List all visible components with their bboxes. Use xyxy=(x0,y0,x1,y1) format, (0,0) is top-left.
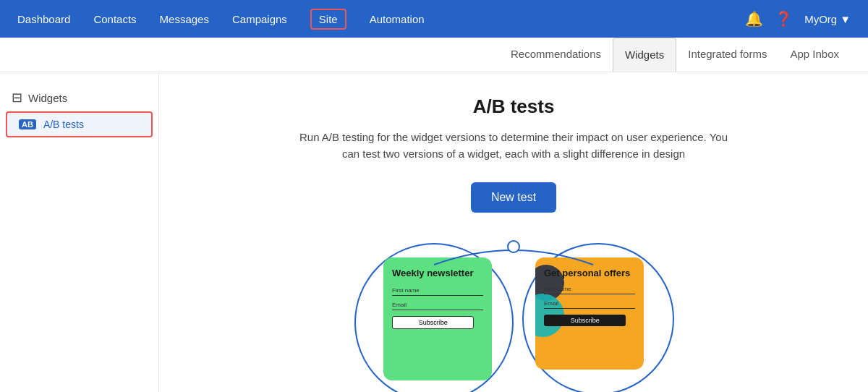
ab-test-illustration: Weekly newsletter First name Email Subsc… xyxy=(340,236,687,392)
ab-badge: AB xyxy=(19,119,36,129)
help-icon[interactable]: ❓ xyxy=(775,10,793,27)
content-area: A/B tests Run A/B testing for the widget… xyxy=(159,72,868,392)
page-title: A/B tests xyxy=(473,95,555,118)
subnav-recommendations[interactable]: Recommendations xyxy=(499,38,613,72)
nav-campaigns[interactable]: Campaigns xyxy=(232,13,287,25)
sidebar-item-ab-tests[interactable]: AB A/B tests xyxy=(6,111,153,137)
nav-automation[interactable]: Automation xyxy=(370,13,425,25)
top-nav-right: 🔔 ❓ MyOrg ▼ xyxy=(745,10,851,27)
new-test-button[interactable]: New test xyxy=(471,182,556,213)
sidebar-widgets-header[interactable]: ⊟ Widgets xyxy=(0,84,158,111)
nav-contacts[interactable]: Contacts xyxy=(93,13,136,25)
nav-dashboard[interactable]: Dashboard xyxy=(17,13,70,25)
svg-point-0 xyxy=(508,241,519,252)
sidebar: ⊟ Widgets AB A/B tests xyxy=(0,72,159,392)
left-email-input xyxy=(392,310,483,310)
chevron-down-icon: ▼ xyxy=(840,13,851,25)
main-layout: ⊟ Widgets AB A/B tests A/B tests Run A/B… xyxy=(0,72,868,392)
sub-nav: Recommendations Widgets Integrated forms… xyxy=(0,38,868,72)
bell-icon[interactable]: 🔔 xyxy=(745,10,763,27)
subnav-integrated-forms[interactable]: Integrated forms xyxy=(676,38,778,72)
subnav-widgets[interactable]: Widgets xyxy=(613,38,676,72)
widgets-icon: ⊟ xyxy=(12,90,22,106)
connector-arc xyxy=(340,236,687,279)
right-email-label: Email xyxy=(544,300,635,307)
right-first-name-label: First name xyxy=(544,286,635,292)
right-first-name-input xyxy=(544,294,635,294)
right-subscribe-btn: Subscribe xyxy=(544,315,626,326)
top-nav: Dashboard Contacts Messages Campaigns Si… xyxy=(0,0,868,38)
page-description: Run A/B testing for the widget versions … xyxy=(297,129,731,162)
nav-messages[interactable]: Messages xyxy=(160,13,209,25)
left-first-name-input xyxy=(392,295,483,296)
right-email-input xyxy=(544,308,635,309)
nav-site[interactable]: Site xyxy=(310,9,346,30)
left-subscribe-btn: Subscribe xyxy=(392,316,474,329)
left-email-label: Email xyxy=(392,302,483,308)
subnav-app-inbox[interactable]: App Inbox xyxy=(778,38,851,72)
top-nav-links: Dashboard Contacts Messages Campaigns Si… xyxy=(17,9,425,30)
left-first-name-label: First name xyxy=(392,287,483,294)
org-label[interactable]: MyOrg ▼ xyxy=(804,13,851,25)
